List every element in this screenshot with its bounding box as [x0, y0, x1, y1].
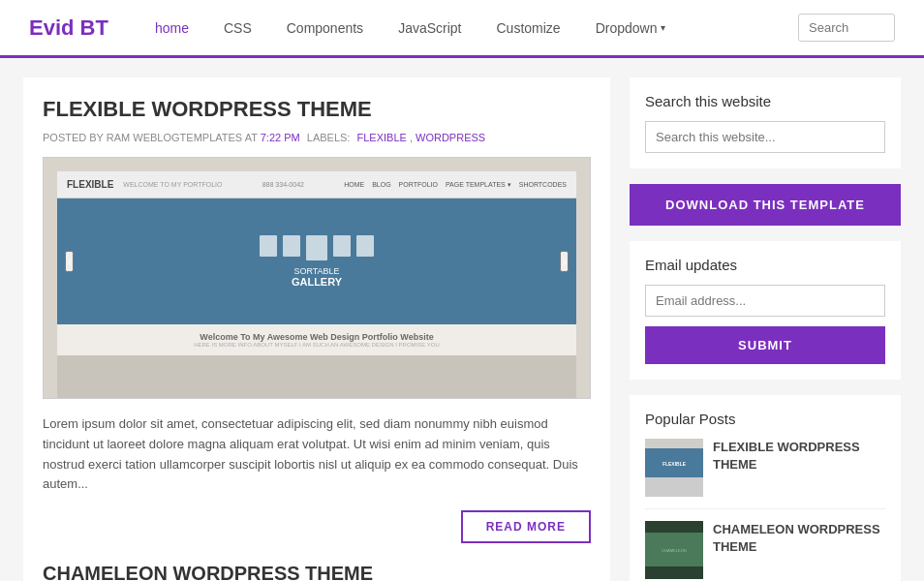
preview-next-arrow[interactable]: › [560, 251, 569, 272]
popular-post-title-1: FLEXIBLE WORDPRESS THEME [713, 439, 885, 474]
download-template-button[interactable]: DOWNLOAD THIS TEMPLATE [630, 184, 901, 226]
post-labels-prefix: LABELS: [307, 132, 351, 143]
popular-posts-heading: Popular Posts [645, 411, 885, 427]
flexible-thumb: FLEXIBLE [645, 439, 703, 497]
preview-doc-icon-1 [260, 235, 277, 257]
preview-tagline: WELCOME TO MY PORTFOLIO [123, 181, 222, 188]
template-preview: FLEXIBLE WELCOME TO MY PORTFOLIO 888 334… [43, 157, 591, 399]
header-search-input[interactable] [798, 14, 895, 42]
section2-title: CHAMELEON WORDPRESS THEME [43, 563, 591, 581]
preview-prev-arrow[interactable]: ‹ [65, 251, 74, 272]
nav-item-javascript[interactable]: JavaScript [381, 0, 478, 58]
chevron-down-icon: ▾ [661, 22, 665, 33]
preview-nav-portfolio: PORTFOLIO [399, 181, 438, 189]
sidebar-search-card: Search this website [630, 77, 901, 168]
preview-footer-sub: HERE IS MORE INFO ABOUT MYSELF I AM SUCH… [67, 342, 567, 348]
popular-post-item-1[interactable]: FLEXIBLE FLEXIBLE WORDPRESS THEME [645, 439, 885, 509]
popular-post-thumb-1: FLEXIBLE [645, 439, 703, 497]
site-header: Evid BT home CSS Components JavaScript C… [0, 0, 924, 58]
sidebar-popular-posts: Popular Posts FLEXIBLE FLEXIBLE [630, 395, 901, 581]
main-nav: home CSS Components JavaScript Customize… [138, 0, 798, 55]
preview-footer-title: Welcome To My Awesome Web Design Portfol… [67, 332, 567, 342]
preview-header-bar: FLEXIBLE WELCOME TO MY PORTFOLIO 888 334… [57, 171, 576, 199]
dropdown-label: Dropdown [596, 20, 658, 36]
page-wrapper: FLEXIBLE WORDPRESS THEME POSTED BY RAM W… [0, 58, 924, 581]
submit-button[interactable]: SUBMIT [645, 326, 885, 364]
preview-doc-icon-4 [333, 235, 351, 257]
preview-doc-icon-3 [306, 235, 327, 260]
svg-text:CHAMELEON: CHAMELEON [662, 548, 686, 553]
svg-text:FLEXIBLE: FLEXIBLE [662, 461, 687, 467]
preview-phone: 888 334-0042 [262, 181, 304, 188]
popular-post-title-2: CHAMELEON WORDPRESS THEME [713, 521, 885, 556]
preview-nav-home: HOME [344, 181, 364, 189]
preview-doc-icon-2 [283, 235, 300, 257]
svg-rect-1 [645, 439, 703, 448]
popular-post-item-2[interactable]: CHAMELEON CHAMELEON WORDPRESS THEME [645, 521, 885, 579]
preview-footer-bar: Welcome To My Awesome Web Design Portfol… [57, 324, 576, 355]
nav-item-css[interactable]: CSS [206, 0, 269, 58]
post-label-wordpress[interactable]: WORDPRESS [416, 132, 485, 143]
preview-gallery-content: SORTABLE GALLERY [260, 235, 374, 288]
preview-nav-blog: BLOG [372, 181, 390, 189]
preview-nav-pages: PAGE TEMPLATES ▾ [446, 181, 511, 189]
post-meta-prefix: POSTED BY RAM WEBLOGTEMPLATES AT [43, 132, 258, 143]
sidebar: Search this website DOWNLOAD THIS TEMPLA… [630, 77, 901, 581]
read-more-container: READ MORE [43, 510, 591, 543]
preview-doc-icon-5 [356, 235, 374, 257]
preview-gallery-label: SORTABLE GALLERY [260, 266, 374, 288]
sidebar-email-heading: Email updates [645, 257, 885, 273]
main-content: FLEXIBLE WORDPRESS THEME POSTED BY RAM W… [23, 77, 610, 581]
preview-icons [260, 235, 374, 260]
nav-item-customize[interactable]: Customize [478, 0, 577, 58]
nav-item-components[interactable]: Components [269, 0, 381, 58]
nav-item-home[interactable]: home [138, 0, 206, 58]
preview-nav-items: HOME BLOG PORTFOLIO PAGE TEMPLATES ▾ SHO… [344, 181, 567, 189]
svg-rect-8 [645, 566, 703, 579]
preview-brand: FLEXIBLE [67, 179, 113, 190]
read-more-button[interactable]: READ MORE [461, 510, 591, 543]
post-body: Lorem ipsum dolor sit amet, consectetuar… [43, 414, 591, 495]
post-title: FLEXIBLE WORDPRESS THEME [43, 97, 591, 122]
preview-gallery-label-text: SORTABLE [293, 266, 339, 276]
post-meta: POSTED BY RAM WEBLOGTEMPLATES AT 7:22 PM… [43, 132, 591, 143]
site-logo[interactable]: Evid BT [29, 15, 108, 41]
chameleon-thumb: CHAMELEON [645, 521, 703, 579]
preview-hero: ‹ SORTABLE GALLERY [57, 199, 576, 324]
popular-post-thumb-2: CHAMELEON [645, 521, 703, 579]
email-input[interactable] [645, 285, 885, 317]
svg-rect-6 [645, 521, 703, 533]
post-label-flexible[interactable]: FLEXIBLE [356, 132, 406, 143]
preview-nav-shortcodes: SHORTCODES [519, 181, 567, 189]
nav-item-dropdown[interactable]: Dropdown ▾ [578, 0, 684, 58]
svg-rect-3 [645, 477, 703, 497]
preview-gallery-label-bold: GALLERY [260, 276, 374, 288]
post-meta-time: 7:22 PM [261, 132, 300, 143]
preview-inner: FLEXIBLE WELCOME TO MY PORTFOLIO 888 334… [57, 171, 576, 398]
sidebar-search-input[interactable] [645, 121, 885, 153]
sidebar-email-card: Email updates SUBMIT [630, 241, 901, 380]
sidebar-search-heading: Search this website [645, 93, 885, 109]
